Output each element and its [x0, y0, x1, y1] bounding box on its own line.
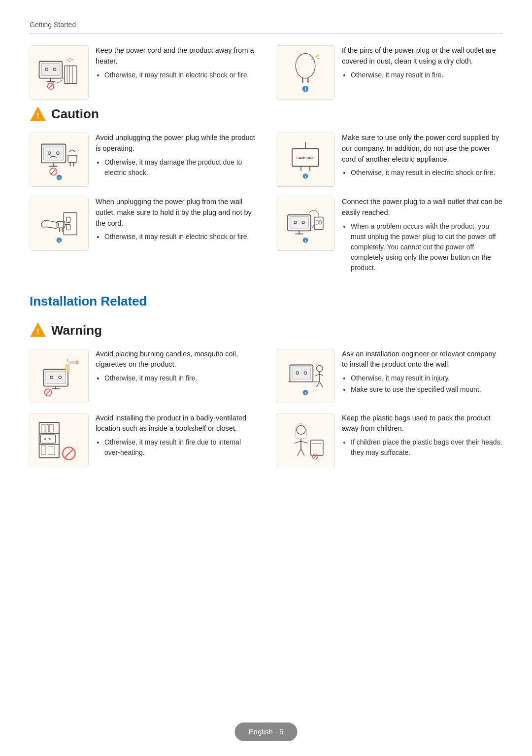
caution-entry-unplug: i Avoid unplugging the power plug while … [30, 133, 256, 187]
caution-header: ! Caution [30, 104, 502, 124]
ventilation-image [30, 413, 89, 467]
samsung-cord-image: SAMSUNG i [276, 133, 335, 187]
caution-entry-holdplug: i When unplugging the power plug from th… [30, 197, 256, 274]
svg-text:!: ! [36, 327, 39, 337]
svg-rect-99 [41, 446, 46, 454]
svg-line-106 [301, 441, 308, 443]
svg-rect-60 [316, 221, 319, 224]
svg-rect-94 [46, 424, 48, 432]
svg-point-97 [44, 438, 46, 440]
installation-title: Installation Related [30, 292, 502, 311]
svg-point-103 [297, 425, 305, 434]
warning-icon: ! [30, 322, 46, 339]
svg-text:i: i [305, 87, 306, 92]
svg-line-107 [298, 449, 301, 456]
svg-rect-1 [41, 63, 60, 75]
svg-rect-46 [66, 217, 70, 223]
unplug-operating-image: i [30, 133, 89, 187]
svg-text:i: i [305, 390, 306, 395]
svg-rect-95 [49, 424, 53, 432]
svg-point-15 [296, 61, 298, 63]
svg-line-112 [313, 454, 317, 458]
section-header: Getting Started [30, 20, 502, 34]
svg-text:i: i [59, 239, 60, 243]
svg-rect-61 [319, 221, 322, 224]
svg-line-87 [320, 381, 323, 387]
svg-text:i: i [305, 239, 306, 243]
svg-point-18 [298, 68, 299, 69]
svg-line-76 [46, 390, 50, 394]
svg-text:!: ! [36, 111, 39, 120]
svg-point-12 [296, 53, 315, 78]
warning-header: ! Warning [30, 321, 502, 340]
warning-entry-plasticbags: Keep the plastic bags used to pack the p… [276, 413, 502, 467]
caution-entry-walloutlet: i Connect the power plug to a wall outle… [276, 197, 502, 274]
svg-point-17 [311, 58, 313, 60]
svg-rect-93 [41, 424, 45, 432]
svg-point-82 [317, 365, 323, 372]
hold-plug-image: i [30, 197, 89, 251]
caution-title: Caution [51, 104, 99, 124]
caution-icon: ! [30, 106, 46, 123]
svg-line-84 [315, 374, 320, 376]
svg-text:i: i [305, 174, 306, 179]
wall-outlet-image: i [276, 197, 335, 251]
svg-line-102 [65, 449, 73, 458]
svg-line-105 [295, 441, 301, 443]
svg-rect-67 [46, 371, 66, 383]
wall-install-image: i [276, 349, 335, 403]
svg-line-33 [51, 170, 56, 174]
svg-point-98 [49, 438, 51, 440]
warning-entry-ventilation: Avoid installing the product in a badly-… [30, 413, 256, 467]
warning-title: Warning [51, 321, 102, 340]
svg-rect-78 [292, 367, 311, 379]
svg-rect-59 [314, 217, 323, 230]
svg-rect-34 [68, 155, 77, 162]
svg-point-16 [314, 63, 315, 65]
svg-rect-109 [311, 440, 323, 456]
installation-section: Installation Related ! Warning [30, 292, 502, 467]
svg-rect-27 [44, 146, 64, 160]
svg-rect-47 [66, 225, 70, 230]
svg-text:SAMSUNG: SAMSUNG [297, 156, 315, 160]
svg-line-108 [301, 449, 304, 456]
svg-rect-96 [40, 435, 56, 443]
heater-image [30, 45, 89, 100]
caution-entry-heater: Keep the power cord and the product away… [30, 45, 256, 100]
svg-rect-100 [48, 447, 55, 454]
candles-image [30, 349, 89, 403]
svg-rect-8 [65, 66, 77, 84]
svg-line-85 [320, 374, 323, 376]
svg-line-7 [48, 84, 53, 88]
plastic-bags-image [276, 413, 335, 467]
warning-entry-candles: Avoid placing burning candles, mosquito … [30, 349, 256, 403]
caution-entry-dusty: i If the pins of the power plug or the w… [276, 45, 502, 100]
page-number: English - 5 [235, 722, 298, 742]
svg-rect-54 [290, 217, 309, 228]
warning-entry-wallinstall: i Ask an installation engineer or releva… [276, 349, 502, 403]
svg-line-86 [317, 381, 320, 387]
svg-rect-74 [76, 360, 78, 364]
svg-rect-72 [66, 364, 69, 372]
caution-entry-samsung: SAMSUNG i Make sure to use only the powe… [276, 133, 502, 187]
svg-text:i: i [59, 176, 60, 180]
dusty-outlet-image: i [276, 45, 335, 100]
svg-rect-45 [64, 213, 77, 235]
